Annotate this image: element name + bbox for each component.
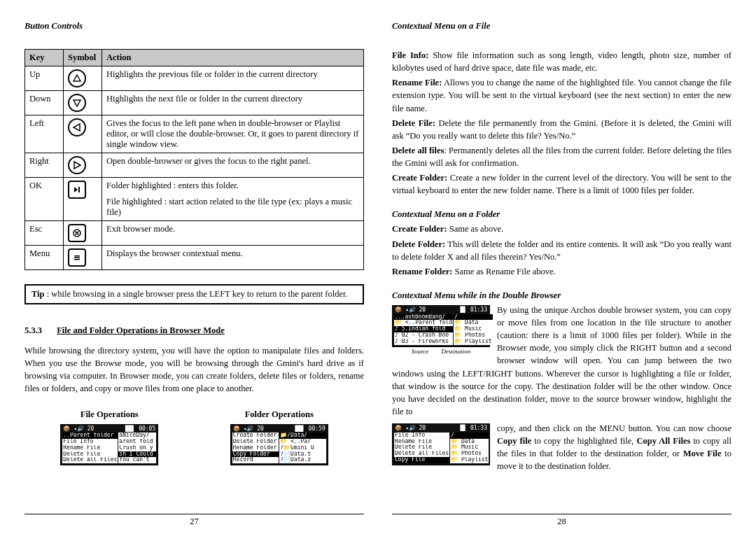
folder-operations-col: Folder Operations 📦 ◂🔊 20██▌ 00:59 Creat… [230,409,328,466]
key-left: Left [25,115,64,153]
svg-rect-9 [74,255,80,257]
dbl-caption: Source Destination [392,348,490,355]
table-row: Down Highlights the next file or folder … [25,91,364,115]
section-body: While browsing the directory system, you… [24,344,364,395]
table-row: OK Folder highlighted : enters this fold… [25,178,364,195]
menu-icon [68,248,86,267]
svg-marker-0 [74,75,80,81]
file-ops-screen: 📦 ◂🔊 20██▌ 00:05 ..Parent folder File In… [60,424,158,466]
left-arrow-icon [68,118,86,136]
operations-row: File Operations 📦 ◂🔊 20██▌ 00:05 ..Paren… [24,409,364,466]
double-browser-block-2: 📦 ◂🔊 20█▌ 01:33 File Info Rename File De… [392,422,732,473]
close-icon [68,224,86,242]
page-28: Contextual Menu on a File File Info: Sho… [392,21,732,527]
file-definitions: File Info: Show file information such as… [392,49,732,197]
key-down: Down [25,91,64,115]
action-left: Gives the focus to the left pane when in… [102,115,364,153]
action-menu: Displays the browser contextual menu. [102,246,364,270]
down-arrow-icon [68,94,86,112]
dbl-fig-2: 📦 ◂🔊 20█▌ 01:33 File Info Rename File De… [392,423,490,465]
svg-marker-4 [74,187,78,192]
key-ok: OK [25,178,64,221]
double-browser-block-1: 📦 ◂🔊 20█▌ 01:33 ...ashBoomBang/ 📁 <..Par… [392,304,732,418]
file-operations-col: File Operations 📦 ◂🔊 20██▌ 00:05 ..Paren… [60,409,158,466]
svg-marker-1 [74,100,80,106]
table-row: Up Highlights the previous file or folde… [25,66,364,91]
page-number-right: 28 [392,514,732,527]
table-header-row: Key Symbol Action [25,50,364,66]
right-arrow-icon [68,156,86,174]
key-menu: Menu [25,246,64,270]
play-pause-icon [68,181,86,199]
table-row: Right Open double-browser or gives the f… [25,153,364,178]
heading-ctx-folder: Contextual Menu on a Folder [392,209,732,220]
folder-ops-screen: 📦 ◂🔊 20██▌ 00:59 Create Folder Delete Fo… [230,424,328,466]
folder-definitions: Create Folder: Same as above. Delete Fol… [392,223,732,278]
action-ok-folder: Folder highlighted : enters this folder. [102,178,364,195]
page-27: Button Controls Key Symbol Action Up Hig… [24,21,364,527]
dbl-fig-1: 📦 ◂🔊 20█▌ 01:33 ...ashBoomBang/ 📁 <..Par… [392,305,490,355]
svg-marker-3 [74,162,80,169]
svg-rect-10 [74,258,80,259]
dbl-screen-1: 📦 ◂🔊 20█▌ 01:33 ...ashBoomBang/ 📁 <..Par… [392,305,490,347]
key-right: Right [25,153,64,178]
folder-ops-label: Folder Operations [230,409,328,420]
key-up: Up [25,66,64,91]
up-arrow-icon [68,69,86,87]
th-key: Key [25,50,64,66]
th-symbol: Symbol [64,50,102,66]
svg-rect-11 [74,259,80,260]
heading-button-controls: Button Controls [24,21,364,31]
key-table: Key Symbol Action Up Highlights the prev… [24,49,364,270]
tip-box: Tip : while browsing in a single browser… [24,284,364,304]
table-row: Menu Displays the browser contextual men… [25,246,364,270]
action-down: Highlights the next file or folder in th… [102,91,364,115]
table-row: Left Gives the focus to the left pane wh… [25,115,364,153]
section-title: File and Folder Operations in Browser Mo… [57,325,225,335]
svg-rect-5 [78,187,80,192]
svg-marker-2 [74,124,80,131]
section-number: 5.3.3 [24,325,42,335]
tip-text: : while browsing in a single browser pre… [45,289,348,299]
action-ok-file: File highlighted : start action related … [102,194,364,221]
action-esc: Exit browser mode. [102,221,364,246]
section-533: 5.3.3 File and Folder Operations in Brow… [24,325,364,336]
action-right: Open double-browser or gives the focus t… [102,153,364,178]
heading-ctx-file: Contextual Menu on a File [392,21,732,31]
th-action: Action [102,50,364,66]
file-ops-label: File Operations [60,409,158,420]
heading-ctx-double: Contextual Menu while in the Double Brow… [392,290,732,301]
page-number-left: 27 [24,514,364,527]
dbl-screen-2: 📦 ◂🔊 20█▌ 01:33 File Info Rename File De… [392,423,490,465]
key-esc: Esc [25,221,64,246]
action-up: Highlights the previous file or folder i… [102,66,364,91]
table-row: Esc Exit browser mode. [25,221,364,246]
